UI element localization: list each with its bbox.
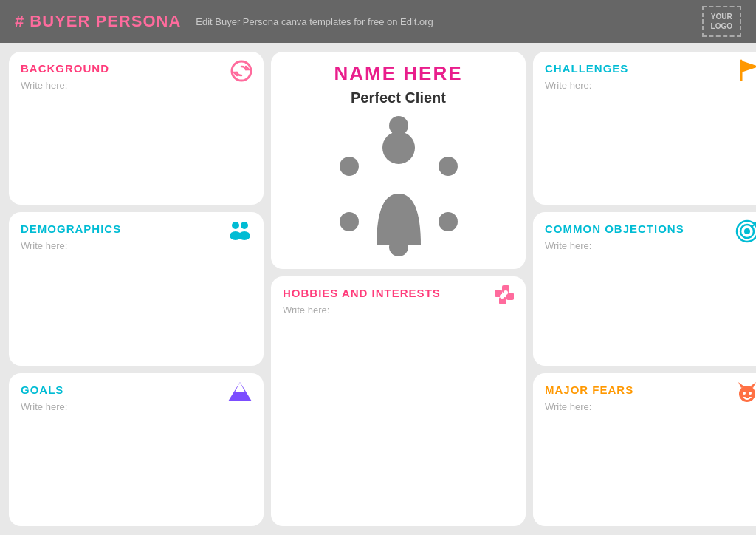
svg-marker-6 [235,382,245,392]
header: # BUYER PERSONA Edit Buyer Persona canva… [0,0,756,43]
header-subtitle: Edit Buyer Persona canva templates for f… [196,16,433,27]
dot-right-top [439,157,458,176]
objections-write-here: Write here: [545,240,756,251]
flag-icon [738,59,756,86]
fears-title: MAJOR FEARS [545,384,633,396]
puzzle-icon [493,284,515,311]
refresh-icon [230,59,253,88]
hobbies-title: HOBBIES AND INTERESTS [283,287,441,299]
challenges-write-here: Write here: [545,80,756,91]
header-hash: # [15,12,30,30]
fears-write-here: Write here: [545,401,756,412]
main-content: BACKGROUND Write here: DEMOGRAPHICS [0,43,756,535]
background-write-here: Write here: [21,80,252,91]
dot-right-bottom [439,212,458,231]
objections-card: COMMON OBJECTIONS Write here: [533,212,756,365]
svg-point-4 [238,231,250,240]
svg-point-2 [241,222,248,229]
header-title: # BUYER PERSONA [15,12,181,31]
svg-point-0 [232,61,251,81]
svg-point-18 [744,228,750,234]
svg-marker-15 [741,61,756,72]
demographics-card: DEMOGRAPHICS Write here: [9,212,264,365]
target-icon [735,219,756,248]
goals-card: GOALS Write here: [9,373,264,526]
svg-point-13 [500,294,504,299]
svg-point-12 [504,290,508,295]
svg-point-1 [232,222,239,229]
svg-point-25 [743,392,746,395]
name-here-label: NAME HERE [283,62,514,85]
center-column: NAME HERE Perfect Client [271,52,526,526]
fears-card: MAJOR FEARS Write here: [533,373,756,526]
left-column: BACKGROUND Write here: DEMOGRAPHICS [9,52,264,526]
demographics-title: DEMOGRAPHICS [21,222,121,235]
dot-left-bottom [340,212,359,231]
challenges-title: CHALLENGES [545,62,628,75]
background-title: BACKGROUND [21,62,109,75]
logo-box: YOUR LOGO [702,6,741,37]
name-card: NAME HERE Perfect Client [271,52,526,269]
svg-point-7 [382,132,415,164]
hobbies-card: HOBBIES AND INTERESTS Write here: [271,276,526,526]
svg-point-26 [749,392,752,395]
people-icon [227,219,253,245]
person-svg [369,127,428,245]
hobbies-write-here: Write here: [283,304,514,316]
objections-title: COMMON OBJECTIONS [545,222,684,235]
person-diagram [283,114,514,262]
right-column: CHALLENGES Write here: COMMON OBJECTIONS [533,52,756,526]
challenges-card: CHALLENGES Write here: [533,52,756,205]
demographics-write-here: Write here: [21,240,252,251]
background-card: BACKGROUND Write here: [9,52,264,205]
goals-write-here: Write here: [21,401,252,412]
perfect-client-label: Perfect Client [283,89,514,106]
goals-title: GOALS [21,384,63,396]
devil-icon [735,381,756,409]
dot-left-top [340,157,359,176]
mountain-icon [227,381,253,408]
